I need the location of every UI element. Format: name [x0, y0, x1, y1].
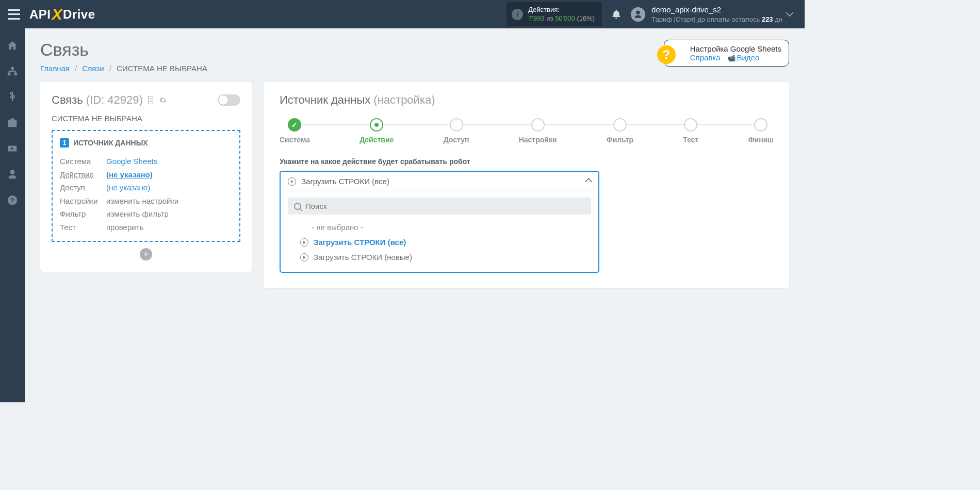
test-value[interactable]: проверить [106, 221, 143, 234]
breadcrumb-links[interactable]: Связи [83, 64, 104, 73]
header: API X Drive i Действия: 7'893 из 50'000 … [0, 0, 805, 28]
menu-toggle[interactable] [8, 9, 20, 20]
page-title: Связь [40, 40, 207, 60]
user-icon[interactable] [7, 169, 18, 180]
dropdown-option-all[interactable]: Загрузить СТРОКИ (все) [288, 235, 591, 250]
step-test[interactable]: Тест [683, 118, 698, 144]
dropdown-search [288, 198, 591, 215]
user-info[interactable]: demo_apix-drive_s2 Тариф |Старт| до опла… [651, 5, 782, 24]
play-icon [300, 253, 308, 262]
help-title: Настройка Google Sheets [690, 44, 781, 53]
help-box: ? Настройка Google Sheets Справка 📹Видео [664, 40, 789, 67]
step-finish[interactable]: Финиш [748, 118, 774, 144]
user-name: demo_apix-drive_s2 [651, 5, 782, 15]
step-settings[interactable]: Настройки [519, 118, 557, 144]
source-subtitle: (настройка) [373, 93, 435, 106]
actions-stats: 7'893 из 50'000 (16%) [528, 14, 595, 23]
actions-counter[interactable]: i Действия: 7'893 из 50'000 (16%) [507, 2, 602, 27]
logo[interactable]: API X Drive [29, 6, 95, 23]
step-filter[interactable]: Фильтр [607, 118, 633, 144]
gear-icon[interactable] [158, 95, 168, 105]
logo-x: X [52, 6, 63, 23]
main-content: Связь Главная / Связи / СИСТЕМА НЕ ВЫБРА… [25, 28, 805, 402]
source-box: 1 ИСТОЧНИК ДАННЫХ СистемаGoogle Sheets Д… [52, 130, 240, 242]
settings-value[interactable]: изменить настройки [106, 194, 178, 208]
dropdown-toggle[interactable]: Загрузить СТРОКИ (все) [281, 172, 598, 191]
info-icon: i [512, 9, 523, 20]
step-action[interactable]: Действие [360, 118, 394, 144]
logo-api: API [29, 7, 51, 22]
help-icon[interactable]: ? [7, 194, 18, 206]
filter-value[interactable]: изменить фильтр [106, 207, 169, 221]
source-title: Источник данных [280, 93, 370, 106]
dropdown-selected: Загрузить СТРОКИ (все) [301, 177, 581, 186]
camera-icon: 📹 [727, 54, 736, 62]
action-form-label: Укажите на какое действие будет срабатыв… [280, 157, 774, 166]
dropdown-search-input[interactable] [305, 202, 585, 210]
dropdown-option-new[interactable]: Загрузить СТРОКИ (новые) [288, 250, 591, 265]
help-question-icon: ? [657, 45, 676, 64]
dropdown-menu: - не выбрано - Загрузить СТРОКИ (все) За… [281, 191, 598, 272]
document-icon[interactable] [146, 95, 155, 105]
help-video-link[interactable]: 📹Видео [727, 53, 759, 62]
video-icon[interactable] [7, 143, 18, 154]
add-destination-button[interactable]: + [140, 248, 152, 260]
step-system[interactable]: Система [280, 118, 310, 144]
avatar-icon[interactable] [631, 7, 645, 22]
bell-icon[interactable] [611, 9, 622, 20]
logo-drive: Drive [63, 7, 95, 22]
system-value[interactable]: Google Sheets [106, 155, 157, 168]
dropdown-option-empty[interactable]: - не выбрано - [288, 220, 591, 235]
user-menu-chevron[interactable] [782, 10, 797, 19]
source-number-badge: 1 [60, 138, 69, 148]
home-icon[interactable] [7, 40, 18, 51]
step-access[interactable]: Доступ [444, 118, 469, 144]
user-tariff: Тариф |Старт| до оплаты осталось 223 дн [651, 15, 782, 24]
action-value[interactable]: (не указано) [106, 168, 153, 182]
help-reference-link[interactable]: Справка [690, 53, 721, 62]
connections-icon[interactable] [7, 66, 18, 77]
stepper: Система Действие Доступ Настройки Фильтр… [280, 118, 774, 144]
breadcrumb-home[interactable]: Главная [40, 64, 70, 73]
chevron-up-icon [585, 177, 592, 185]
connection-id: (ID: 42929) [86, 93, 143, 107]
briefcase-icon[interactable] [7, 117, 18, 128]
connection-toggle[interactable] [218, 94, 240, 106]
search-icon [294, 203, 301, 210]
access-value[interactable]: (не указано) [106, 181, 150, 194]
play-icon [300, 238, 308, 247]
actions-label: Действия: [528, 6, 595, 14]
breadcrumb-current: СИСТЕМА НЕ ВЫБРАНА [117, 64, 207, 73]
connection-subtitle: СИСТЕМА НЕ ВЫБРАНА [52, 114, 240, 123]
sidebar: ? [0, 28, 25, 402]
connection-summary-card: Связь (ID: 42929) СИСТЕМА НЕ ВЫБРАНА 1 И… [40, 82, 252, 272]
breadcrumb: Главная / Связи / СИСТЕМА НЕ ВЫБРАНА [40, 64, 207, 73]
svg-text:?: ? [10, 197, 14, 204]
play-icon [288, 177, 296, 186]
billing-icon[interactable] [7, 91, 18, 103]
source-config-card: Источник данных (настройка) Система Дейс… [264, 82, 789, 288]
action-dropdown: Загрузить СТРОКИ (все) - не выбрано - За… [280, 171, 599, 273]
source-box-title: ИСТОЧНИК ДАННЫХ [73, 139, 148, 147]
connection-label: Связь [52, 93, 83, 107]
